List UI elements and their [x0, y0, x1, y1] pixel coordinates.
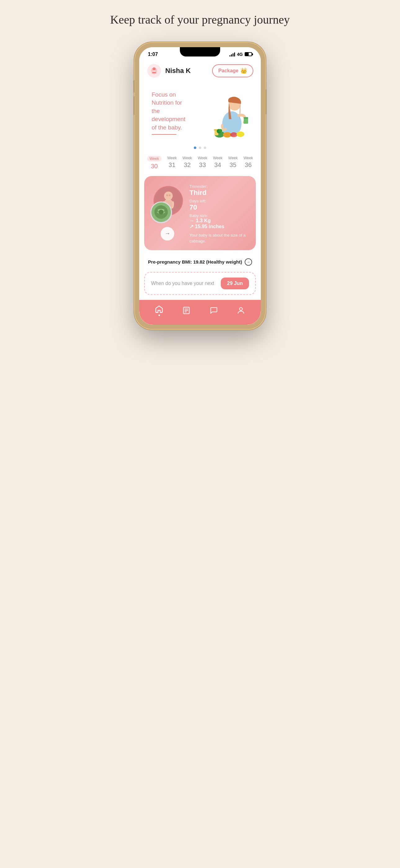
records-icon	[182, 306, 191, 315]
dot-3[interactable]	[204, 147, 206, 149]
volume-down-button	[133, 96, 135, 115]
trimester-label: Trimester:	[190, 184, 249, 189]
week-item-31[interactable]: Week 31	[167, 156, 176, 170]
week-number-36: 36	[245, 161, 252, 168]
week-label-35: Week	[228, 156, 237, 160]
bmi-text: Pre-pregnancy BMI: 19.82 (Healthy weight…	[148, 259, 242, 265]
crown-icon: 👑	[240, 67, 247, 74]
dot-1[interactable]	[194, 147, 196, 149]
nav-profile[interactable]	[237, 306, 245, 315]
svg-point-1	[153, 67, 156, 70]
fetus-images	[151, 186, 185, 223]
week-number-32: 32	[184, 161, 191, 168]
app-logo	[147, 63, 162, 78]
svg-point-19	[169, 194, 171, 196]
week-label-31: Week	[167, 156, 176, 160]
svg-point-18	[166, 194, 168, 196]
week-number-33: 33	[199, 161, 206, 168]
week-item-35[interactable]: Week 35	[228, 156, 237, 170]
svg-point-14	[219, 129, 222, 132]
pregnancy-info-card[interactable]: → Trimester: Third Days left: 70 Baby si…	[144, 176, 256, 250]
chat-icon	[209, 306, 218, 315]
home-icon	[155, 305, 163, 314]
dot-2[interactable]	[199, 147, 201, 149]
svg-point-22	[159, 210, 164, 215]
app-content: Nisha K Package 👑 Focus on Nutrition for…	[139, 58, 261, 325]
week-label-30: Week	[147, 156, 161, 161]
appointment-label: When do you have your next	[151, 281, 214, 286]
card-stats: Trimester: Third Days left: 70 Baby size…	[190, 182, 249, 244]
svg-rect-6	[244, 117, 248, 119]
svg-point-8	[223, 132, 231, 137]
nav-chat[interactable]	[209, 306, 218, 315]
baby-description: Your baby is about the size of a cabbage…	[190, 232, 249, 244]
user-name-label: Nisha K	[165, 67, 191, 75]
promo-banner[interactable]: Focus on Nutrition for the development o…	[144, 85, 256, 141]
week-label-34: Week	[213, 156, 222, 160]
phone-frame: 1:07 4G	[135, 43, 265, 329]
baby-weight: ↔ 1.3 Kg	[190, 218, 249, 223]
svg-point-10	[237, 131, 244, 137]
appointment-date-button[interactable]: 29 Jun	[221, 278, 249, 289]
nav-records[interactable]	[182, 306, 191, 315]
navigate-arrow[interactable]: →	[161, 227, 174, 241]
svg-point-16	[164, 191, 173, 200]
network-label: 4G	[237, 52, 243, 57]
status-bar: 1:07 4G	[139, 47, 261, 58]
home-active-dot	[159, 314, 160, 316]
card-left: →	[151, 186, 185, 241]
pregnant-woman-illustration	[200, 88, 253, 137]
page-title: Keep track of your pregnancy journey	[110, 12, 290, 27]
banner-image	[197, 88, 256, 137]
trimester-value: Third	[190, 189, 249, 197]
week-item-33[interactable]: Week 33	[198, 156, 207, 170]
days-left-value: 70	[190, 203, 249, 211]
bmi-row: Pre-pregnancy BMI: 19.82 (Healthy weight…	[139, 255, 261, 271]
notch	[180, 47, 220, 57]
week-number-34: 34	[214, 161, 221, 168]
profile-icon	[237, 306, 245, 315]
package-label: Package	[218, 68, 238, 73]
week-selector: Week 30 Week 31 Week 32 Week 33 Week 3	[139, 153, 261, 175]
days-left-label: Days left:	[190, 199, 249, 203]
week-item-30[interactable]: Week 30	[147, 156, 161, 170]
banner-underline	[152, 134, 176, 135]
next-appointment[interactable]: When do you have your next 29 Jun	[144, 272, 256, 295]
svg-point-9	[230, 132, 237, 137]
baby-height: ↗ 15.95 inches	[190, 223, 249, 229]
banner-text: Focus on Nutrition for the development o…	[144, 85, 197, 141]
week-number-35: 35	[229, 161, 236, 168]
baby-size-label: Baby size:	[190, 213, 249, 218]
signal-icon	[229, 52, 235, 57]
week-number-31: 31	[169, 161, 175, 168]
user-info: Nisha K	[147, 63, 191, 78]
battery-fill	[245, 53, 249, 56]
app-header: Nisha K Package 👑	[139, 58, 261, 82]
volume-up-button	[133, 80, 135, 93]
week-label-33: Week	[198, 156, 207, 160]
fetus-secondary-image	[151, 202, 172, 223]
banner-dots	[139, 144, 261, 153]
banner-headline: Focus on Nutrition for the development o…	[152, 91, 191, 132]
status-icons: 4G	[229, 52, 252, 57]
bmi-arrow-button[interactable]: →	[245, 258, 252, 266]
week-number-30: 30	[151, 163, 158, 170]
week-item-34[interactable]: Week 34	[213, 156, 222, 170]
nav-home[interactable]	[155, 305, 163, 316]
week-item-32[interactable]: Week 32	[182, 156, 192, 170]
status-time: 1:07	[148, 52, 158, 57]
week-label-32: Week	[182, 156, 192, 160]
power-button	[265, 89, 267, 114]
right-arrow-icon: →	[165, 230, 170, 237]
week-label-36: Week	[243, 156, 253, 160]
bottom-nav	[139, 300, 261, 325]
phone-screen: 1:07 4G	[139, 47, 261, 325]
week-item-36[interactable]: Week 36	[243, 156, 253, 170]
package-button[interactable]: Package 👑	[212, 64, 253, 77]
svg-point-27	[239, 308, 242, 310]
battery-icon	[245, 52, 252, 56]
